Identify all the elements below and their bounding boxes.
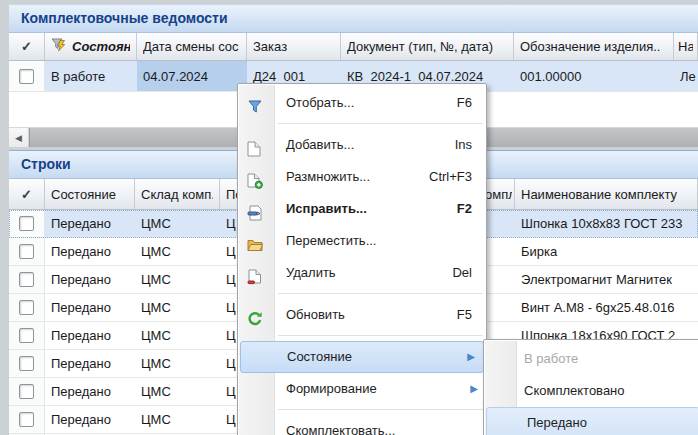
cell-state[interactable]: Передано: [45, 210, 135, 237]
select-all-column-header[interactable]: ✓: [9, 179, 45, 209]
cell-component-code[interactable]: [483, 238, 515, 265]
vedomosti-header-row: ✓ Состояни Дата смены сос Заказ Документ…: [9, 33, 698, 61]
page-icon: [247, 137, 263, 153]
cell-component-code[interactable]: [483, 210, 515, 237]
cell-state[interactable]: Передано: [45, 350, 135, 377]
row-checkbox[interactable]: [19, 300, 34, 315]
cell-state[interactable]: Передано: [45, 406, 135, 433]
state-submenu: В работе Скомплектовано Передано: [483, 339, 698, 435]
filter-icon: [247, 95, 263, 111]
page-minus-icon: [247, 265, 263, 281]
context-menu: Отобрать... F6 Добавить... Ins Размножит…: [237, 83, 487, 435]
cell-state[interactable]: Передано: [45, 378, 135, 405]
cell-component-name[interactable]: Шпонка 10х8х83 ГОСТ 233: [515, 210, 698, 237]
row-check-cell[interactable]: [9, 294, 45, 321]
row-check-cell[interactable]: [9, 238, 45, 265]
select-all-column-header[interactable]: ✓: [9, 33, 45, 60]
menu-separator: [238, 331, 486, 341]
row-checkbox[interactable]: [19, 272, 34, 287]
cell-state[interactable]: В работе: [45, 61, 137, 91]
page-plus-icon: [247, 169, 263, 185]
menu-item-add[interactable]: Добавить... Ins: [238, 129, 486, 161]
menu-separator: [238, 405, 486, 415]
menu-item-edit[interactable]: Исправить... F2: [238, 193, 486, 225]
check-icon: ✓: [21, 39, 32, 54]
column-header-date[interactable]: Дата смены сос: [137, 33, 247, 60]
column-header-document[interactable]: Документ (тип, №, дата): [341, 33, 514, 60]
menu-item-formation[interactable]: Формирование ▶: [238, 373, 486, 405]
submenu-item-completed[interactable]: Скомплектовано: [484, 375, 698, 407]
row-check-cell[interactable]: [9, 266, 45, 293]
cell-component-name[interactable]: Бирка: [515, 238, 698, 265]
panel-title-text: Комплектовочные ведомости: [21, 10, 228, 26]
check-icon: ✓: [21, 187, 32, 202]
row-check-cell[interactable]: [9, 210, 45, 237]
cell-warehouse[interactable]: ЦМС: [135, 378, 220, 405]
row-check-cell[interactable]: [9, 61, 45, 91]
column-header-state[interactable]: Состояни: [45, 33, 137, 60]
menu-item-delete[interactable]: Удалить Del: [238, 257, 486, 289]
scroll-left-button[interactable]: ◀: [9, 128, 29, 147]
column-header-warehouse[interactable]: Склад комп.: [135, 179, 220, 209]
row-check-cell[interactable]: [9, 406, 45, 433]
cell-date-focused[interactable]: 04.07.2024: [137, 61, 247, 91]
cell-component-name[interactable]: Электромагнит Магнитек: [515, 266, 698, 293]
submenu-item-transferred[interactable]: Передано: [486, 407, 698, 435]
cell-warehouse[interactable]: ЦМС: [135, 294, 220, 321]
menu-item-refresh[interactable]: Обновить F5: [238, 299, 486, 331]
cell-state[interactable]: Передано: [45, 238, 135, 265]
cell-component-code[interactable]: [483, 294, 515, 321]
cell-product-code[interactable]: 001.00000: [514, 61, 674, 91]
submenu-arrow-icon: ▶: [467, 342, 475, 372]
column-header-name[interactable]: На: [674, 33, 698, 60]
panel-title-text: Строки: [21, 156, 71, 172]
column-header-order[interactable]: Заказ: [247, 33, 341, 60]
row-checkbox[interactable]: [19, 328, 34, 343]
column-header-component-code[interactable]: омпле: [483, 179, 515, 209]
menu-item-complete[interactable]: Скомплектовать...: [238, 415, 486, 435]
menu-separator: [238, 289, 486, 299]
cell-warehouse[interactable]: ЦМС: [135, 350, 220, 377]
column-header-product-code[interactable]: Обозначение изделия..: [514, 33, 674, 60]
menu-item-duplicate[interactable]: Размножить... Ctrl+F3: [238, 161, 486, 193]
cell-component-name[interactable]: Винт А.М8 - 6gх25.48.016: [515, 294, 698, 321]
cell-state[interactable]: Передано: [45, 322, 135, 349]
app-window: Комплектовочные ведомости ✓ Состояни Дат…: [0, 0, 698, 435]
column-header-component-name[interactable]: Наименование комплекту: [515, 179, 698, 209]
row-checkbox[interactable]: [19, 412, 34, 427]
cell-state[interactable]: Передано: [45, 294, 135, 321]
refresh-icon: [247, 307, 263, 323]
submenu-arrow-icon: ▶: [470, 373, 478, 405]
row-checkbox[interactable]: [19, 216, 34, 231]
cell-warehouse[interactable]: ЦМС: [135, 406, 220, 433]
cell-component-code[interactable]: [483, 266, 515, 293]
cell-warehouse[interactable]: ЦМС: [135, 210, 220, 237]
scroll-left-icon: ◀: [15, 133, 22, 143]
submenu-item-in-progress: В работе: [484, 343, 698, 375]
menu-item-move[interactable]: Переместить...: [238, 225, 486, 257]
menu-separator: [238, 119, 486, 129]
row-checkbox[interactable]: [19, 69, 34, 84]
row-check-cell[interactable]: [9, 322, 45, 349]
filter-lightning-icon: [51, 38, 68, 56]
page-edit-icon: [247, 201, 263, 217]
cell-warehouse[interactable]: ЦМС: [135, 322, 220, 349]
row-checkbox[interactable]: [19, 356, 34, 371]
row-checkbox[interactable]: [19, 244, 34, 259]
vedomosti-panel-title: Комплектовочные ведомости: [9, 5, 698, 33]
row-check-cell[interactable]: [9, 350, 45, 377]
menu-item-state[interactable]: Состояние ▶: [240, 341, 484, 373]
cell-state[interactable]: Передано: [45, 266, 135, 293]
column-header-state[interactable]: Состояние: [45, 179, 135, 209]
column-label: Состояни: [72, 39, 130, 54]
row-checkbox[interactable]: [19, 384, 34, 399]
cell-warehouse[interactable]: ЦМС: [135, 238, 220, 265]
row-check-cell[interactable]: [9, 378, 45, 405]
cell-warehouse[interactable]: ЦМС: [135, 266, 220, 293]
menu-item-filter[interactable]: Отобрать... F6: [238, 87, 486, 119]
folder-icon: [247, 233, 263, 249]
cell-name[interactable]: Ле: [674, 61, 698, 91]
